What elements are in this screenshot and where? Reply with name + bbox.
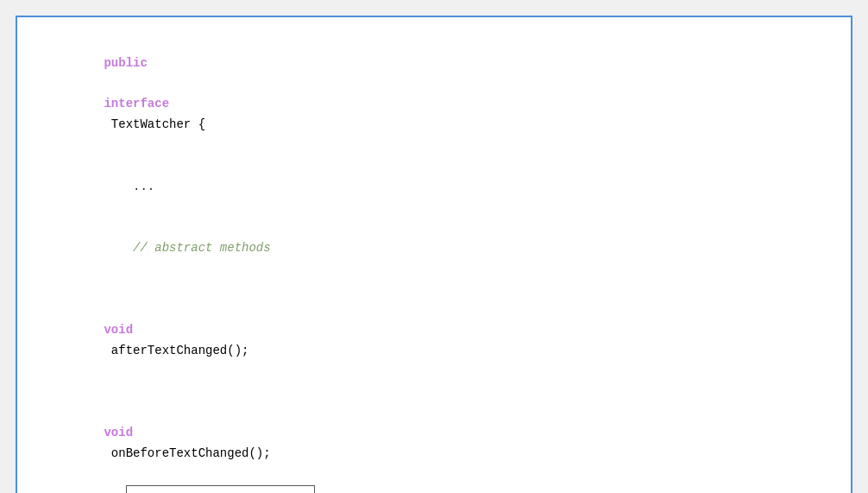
code-line-4: void afterTextChanged(); bbox=[60, 280, 825, 382]
interface-code: public interface TextWatcher { ... // ab… bbox=[60, 33, 825, 493]
code-line-2: ... bbox=[60, 156, 825, 218]
annotation-label: Introduce second abstract method bbox=[126, 485, 315, 493]
keyword-void-2: void bbox=[104, 426, 133, 439]
code-line-3: // abstract methods bbox=[60, 218, 825, 279]
diagram-panel: public interface TextWatcher { ... // ab… bbox=[16, 16, 852, 493]
keyword-void-1: void bbox=[104, 323, 133, 337]
code-line-5: void onBeforeTextChanged(); Introduce se… bbox=[60, 382, 825, 493]
code-line-1: public interface TextWatcher { bbox=[60, 33, 825, 156]
keyword-interface: interface bbox=[104, 97, 169, 111]
annotation-arrow: Introduce second abstract method bbox=[67, 485, 825, 493]
keyword-public: public bbox=[104, 56, 147, 70]
